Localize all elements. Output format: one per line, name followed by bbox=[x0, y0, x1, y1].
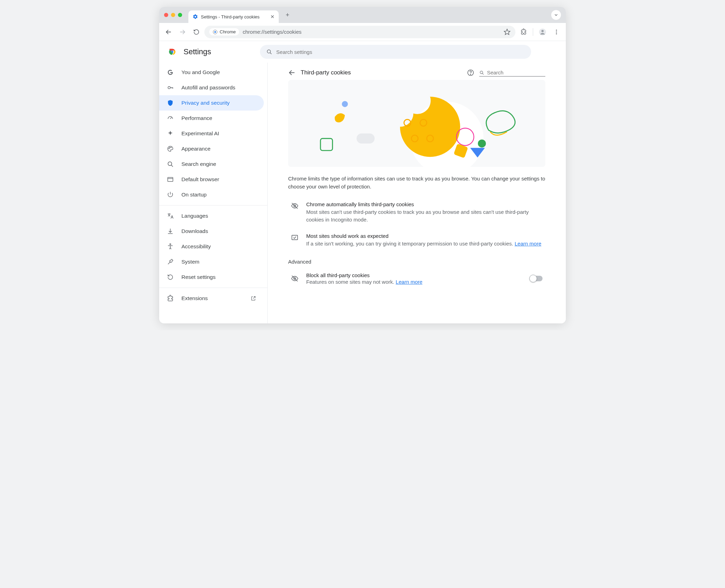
svg-point-21 bbox=[168, 162, 172, 166]
page-title: Third-party cookies bbox=[301, 69, 462, 76]
url-text: chrome://settings/cookies bbox=[243, 29, 301, 35]
close-tab-button[interactable]: ✕ bbox=[270, 14, 275, 19]
sidebar-item-performance[interactable]: Performance bbox=[159, 111, 264, 126]
sidebar-item-accessibility[interactable]: Accessibility bbox=[159, 239, 264, 254]
browser-window: Settings - Third-party cookies ✕ + Chrom… bbox=[159, 7, 566, 323]
page-back-button[interactable] bbox=[288, 69, 296, 76]
sidebar-item-label: Privacy and security bbox=[181, 100, 230, 106]
toggle-knob bbox=[529, 275, 537, 282]
sidebar-item-reset[interactable]: Reset settings bbox=[159, 269, 264, 285]
sidebar-item-on-startup[interactable]: On startup bbox=[159, 187, 264, 202]
block-all-toggle[interactable] bbox=[530, 276, 543, 281]
maximize-window-button[interactable] bbox=[178, 13, 182, 17]
address-bar[interactable]: Chrome chrome://settings/cookies bbox=[204, 26, 515, 38]
sidebar-item-default-browser[interactable]: Default browser bbox=[159, 172, 264, 187]
settings-gear-icon bbox=[193, 14, 198, 19]
bookmark-star-icon[interactable] bbox=[504, 29, 511, 35]
svg-rect-46 bbox=[292, 235, 298, 240]
hero-illustration bbox=[288, 80, 545, 167]
info-title: Chrome automatically limits third-party … bbox=[306, 201, 545, 207]
sidebar-item-search-engine[interactable]: Search engine bbox=[159, 156, 264, 172]
minimize-window-button[interactable] bbox=[171, 13, 175, 17]
svg-point-6 bbox=[541, 30, 544, 32]
help-button[interactable] bbox=[467, 69, 474, 76]
visibility-off-icon bbox=[291, 275, 299, 282]
search-icon bbox=[167, 161, 174, 168]
sidebar-item-you-and-google[interactable]: You and Google bbox=[159, 65, 264, 80]
sidebar-item-experimental-ai[interactable]: Experimental AI bbox=[159, 126, 264, 141]
settings-header: Settings bbox=[159, 41, 566, 63]
translate-icon bbox=[167, 212, 174, 219]
svg-rect-23 bbox=[168, 177, 173, 182]
sidebar-divider bbox=[159, 288, 267, 288]
learn-more-link[interactable]: Learn more bbox=[396, 279, 423, 285]
profile-button[interactable] bbox=[537, 26, 548, 38]
svg-point-9 bbox=[556, 33, 557, 34]
sidebar-item-extensions[interactable]: Extensions bbox=[159, 291, 264, 306]
sidebar-item-privacy[interactable]: Privacy and security bbox=[159, 95, 264, 111]
sidebar-item-label: Reset settings bbox=[181, 274, 215, 280]
option-title: Block all third-party cookies bbox=[306, 272, 522, 278]
reset-icon bbox=[167, 274, 174, 281]
sidebar-item-label: Languages bbox=[181, 213, 208, 219]
site-chip[interactable]: Chrome bbox=[209, 28, 239, 35]
page-search[interactable] bbox=[479, 69, 545, 76]
svg-point-33 bbox=[342, 101, 348, 107]
close-window-button[interactable] bbox=[164, 13, 168, 17]
browser-tab[interactable]: Settings - Third-party cookies ✕ bbox=[188, 10, 279, 23]
svg-point-29 bbox=[470, 74, 471, 74]
sidebar-item-label: On startup bbox=[181, 192, 206, 198]
more-menu-button[interactable] bbox=[551, 26, 562, 38]
settings-content: Third-party cookies bbox=[268, 63, 566, 323]
site-chip-label: Chrome bbox=[220, 29, 236, 34]
sidebar-divider bbox=[159, 205, 267, 206]
forward-button[interactable] bbox=[177, 26, 188, 38]
svg-point-3 bbox=[214, 31, 216, 33]
settings-search-input[interactable] bbox=[276, 49, 525, 55]
svg-line-31 bbox=[482, 73, 483, 74]
sidebar-item-label: Search engine bbox=[181, 161, 216, 167]
search-icon bbox=[479, 70, 484, 75]
toolbar-separator bbox=[533, 28, 533, 36]
sidebar-item-languages[interactable]: Languages bbox=[159, 208, 264, 224]
sidebar-item-downloads[interactable]: Downloads bbox=[159, 224, 264, 239]
svg-point-13 bbox=[168, 87, 170, 89]
back-button[interactable] bbox=[163, 26, 174, 38]
learn-more-link[interactable]: Learn more bbox=[515, 241, 541, 247]
settings-search[interactable] bbox=[260, 45, 531, 59]
svg-point-11 bbox=[267, 50, 270, 53]
puzzle-icon bbox=[167, 295, 174, 302]
page-search-input[interactable] bbox=[487, 70, 545, 75]
tab-overflow-button[interactable] bbox=[551, 10, 561, 20]
sidebar-item-label: System bbox=[181, 259, 199, 265]
intro-text: Chrome limits the type of information si… bbox=[288, 175, 545, 191]
settings-title: Settings bbox=[184, 47, 211, 56]
info-title: Most sites should work as expected bbox=[306, 233, 541, 239]
sidebar-item-autofill[interactable]: Autofill and passwords bbox=[159, 80, 264, 95]
tab-title: Settings - Third-party cookies bbox=[201, 14, 268, 19]
extensions-button[interactable] bbox=[518, 26, 529, 38]
svg-line-12 bbox=[270, 53, 271, 54]
svg-line-17 bbox=[170, 118, 171, 119]
sidebar-item-label: Extensions bbox=[181, 295, 208, 301]
open-external-icon bbox=[251, 296, 256, 301]
sidebar-item-label: Accessibility bbox=[181, 243, 211, 250]
window-controls bbox=[164, 13, 182, 17]
sidebar-item-system[interactable]: System bbox=[159, 254, 264, 269]
option-body: Features on some sites may not work. Lea… bbox=[306, 279, 522, 285]
svg-line-22 bbox=[171, 165, 173, 167]
reload-button[interactable] bbox=[190, 26, 202, 38]
shield-icon bbox=[167, 99, 174, 106]
info-body: Most sites can't use third-party cookies… bbox=[306, 208, 545, 224]
new-tab-button[interactable]: + bbox=[283, 10, 292, 20]
visibility-off-icon bbox=[291, 201, 299, 224]
sidebar-item-label: Downloads bbox=[181, 228, 208, 234]
svg-point-41 bbox=[478, 139, 486, 147]
sidebar-item-label: Appearance bbox=[181, 146, 211, 152]
info-row-auto-limit: Chrome automatically limits third-party … bbox=[288, 198, 545, 229]
svg-rect-35 bbox=[357, 134, 375, 144]
page-header: Third-party cookies bbox=[288, 69, 545, 76]
google-g-icon bbox=[167, 69, 174, 76]
sidebar-item-label: You and Google bbox=[181, 69, 220, 75]
sidebar-item-appearance[interactable]: Appearance bbox=[159, 141, 264, 156]
